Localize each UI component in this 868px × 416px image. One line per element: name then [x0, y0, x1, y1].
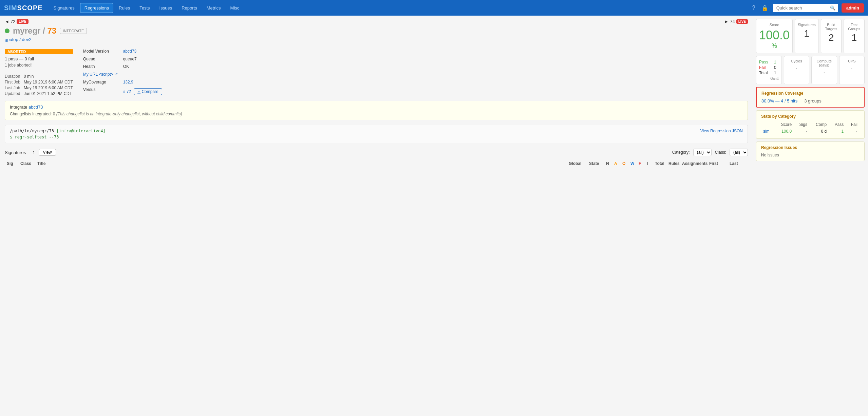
infra-tag: [infra@interactive4]	[56, 129, 106, 133]
search-button[interactable]: 🔍	[827, 4, 838, 12]
title-sep: /	[43, 26, 47, 35]
th-state: State	[587, 161, 604, 166]
search-box: 🔍	[773, 4, 838, 12]
code-box: View Regression JSON /path/to/myregr/73 …	[5, 125, 748, 143]
signatures-stat-value: 1	[798, 28, 816, 39]
admin-button[interactable]: admin	[842, 3, 864, 13]
code-path: /path/to/myregr/73 [infra@interactive4]	[10, 129, 743, 133]
signatures-stat-label: Signatures	[798, 23, 816, 27]
model-version-label: Model Version	[83, 49, 118, 56]
aborted-badge: ABORTED	[5, 49, 73, 54]
mycoverage-value[interactable]: 132.9	[123, 80, 162, 87]
nav-misc[interactable]: Misc	[226, 3, 244, 13]
stats-td-fail: ·	[846, 128, 860, 135]
compute-value: ·	[814, 69, 835, 76]
prev-live-badge: LIVE	[17, 19, 28, 24]
th-global: Global	[567, 161, 587, 166]
fail-row: Fail 0	[759, 65, 779, 70]
next-arrow: ►	[724, 19, 729, 24]
gantt-label: Gantt	[759, 77, 779, 80]
nav-tests[interactable]: Tests	[135, 3, 154, 13]
stats-table-row: sim 100.0 · 0 d 1 ·	[761, 128, 860, 135]
main-content: ◄ 72 LIVE ► 74 LIVE myregr / 73 INTEGRAT…	[0, 16, 868, 169]
versus-link[interactable]: # 72	[123, 89, 131, 94]
model-version-link[interactable]: abcd73	[123, 49, 162, 56]
help-icon[interactable]: ?	[751, 3, 757, 12]
category-select[interactable]: (all)	[693, 149, 712, 156]
prev-arrow: ◄	[5, 19, 9, 24]
cycles-card: Cycles ·	[784, 56, 810, 84]
compute-card: Compute (days) ·	[811, 56, 837, 84]
signatures-row: Signatures — 1 View Category: (all) Clas…	[5, 149, 748, 156]
nav-metrics[interactable]: Metrics	[203, 3, 225, 13]
nav-reports[interactable]: Reports	[177, 3, 201, 13]
last-job-label: Last Job	[5, 86, 20, 90]
pass-fail-card: Pass 1 Fail 0 Total 1 Gantt	[756, 56, 782, 84]
score-label: Score	[759, 23, 790, 27]
stats-td-pass: 1	[829, 128, 846, 135]
coverage-card: Regression Coverage 80.0% — 4 / 5 hits 3…	[756, 87, 865, 108]
pass-row: Pass 1	[759, 60, 779, 64]
first-job-value: May 19 2019 6:00 AM CDT	[24, 80, 73, 84]
nav-regressions[interactable]: Regressions	[80, 3, 113, 13]
nav-issues[interactable]: Issues	[155, 3, 176, 13]
compare-button[interactable]: △ Compare	[134, 88, 162, 95]
signatures-stat-card: Signatures 1	[795, 19, 819, 53]
stats-th-sigs: Sigs	[794, 121, 809, 128]
search-input[interactable]	[773, 4, 827, 12]
stats-td-category: sim	[761, 128, 775, 135]
stats-category-title: Stats by Category	[761, 114, 860, 119]
category-row: Category: (all) Class: (all)	[672, 149, 748, 156]
signatures-title: Signatures — 1	[5, 150, 35, 155]
left-panel: ◄ 72 LIVE ► 74 LIVE myregr / 73 INTEGRAT…	[0, 16, 753, 169]
stats-td-comp: 0 d	[809, 128, 829, 135]
stats-category-card: Stats by Category Score Sigs Comp Pass F…	[756, 110, 865, 139]
integrate-box: Integrate abcd73 Changelists Integrated:…	[5, 101, 748, 120]
cps-card: CPS ·	[839, 56, 865, 84]
th-class: Class	[18, 161, 35, 166]
subtitle-link[interactable]: gputop / dev2	[5, 37, 32, 42]
nav-row: ◄ 72 LIVE ► 74 LIVE	[5, 19, 748, 24]
integrate-commit-link[interactable]: abcd73	[29, 105, 43, 110]
jobs-aborted-text: 1 jobs aborted!	[5, 63, 73, 68]
class-select[interactable]: (all)	[730, 149, 748, 156]
view-signatures-button[interactable]: View	[39, 149, 56, 156]
pass-fail-text: 1 pass — 0 fail	[5, 56, 73, 61]
next-regression[interactable]: ► 74 LIVE	[724, 19, 748, 24]
versus-label: Versus	[83, 87, 118, 96]
score-value: 100.0	[759, 28, 790, 42]
changelists-note: (This changelist is an integrate-only ch…	[56, 112, 182, 116]
prev-regression[interactable]: ◄ 72 LIVE	[5, 19, 29, 24]
lock-icon[interactable]: 🔒	[760, 3, 770, 13]
regression-title: myregr / 73	[13, 26, 56, 36]
coverage-hits-link[interactable]: 80.0% — 4 / 5 hits	[761, 98, 797, 103]
coverage-groups: 3 groups	[804, 98, 822, 103]
th-w: W	[628, 161, 637, 166]
cps-value: ·	[842, 64, 863, 72]
class-label: Class:	[715, 150, 726, 155]
changelists-value: 0	[53, 112, 56, 116]
no-issues-text: No issues	[761, 153, 860, 157]
info-grid: Duration 0 min First Job May 19 2019 6:0…	[5, 74, 73, 96]
test-groups-value: 1	[847, 32, 862, 43]
health-value: OK	[123, 64, 162, 71]
nav-signatures[interactable]: Signatures	[50, 3, 79, 13]
myurl-link[interactable]: My URL <script>	[83, 72, 113, 77]
build-targets-label: Build Targets	[824, 23, 839, 31]
integrate-badge: INTEGRATE	[60, 28, 87, 34]
view-json-link[interactable]: View Regression JSON	[700, 129, 743, 133]
health-label: Health	[83, 64, 118, 71]
duration-value: 0 min	[24, 74, 73, 79]
test-groups-card: Test Groups 1	[844, 19, 865, 53]
stats-th-pass: Pass	[829, 121, 846, 128]
changelists-label: Changelists Integrated:	[10, 112, 52, 116]
cps-label: CPS	[842, 59, 863, 63]
regression-number: 73	[47, 26, 56, 35]
total-value: 1	[774, 71, 776, 75]
stats-th-comp: Comp	[809, 121, 829, 128]
nav-rules[interactable]: Rules	[115, 3, 134, 13]
integrate-label: Integrate	[10, 105, 27, 110]
stats-td-sigs: ·	[794, 128, 809, 135]
th-f: F	[637, 161, 645, 166]
th-o: O	[620, 161, 628, 166]
